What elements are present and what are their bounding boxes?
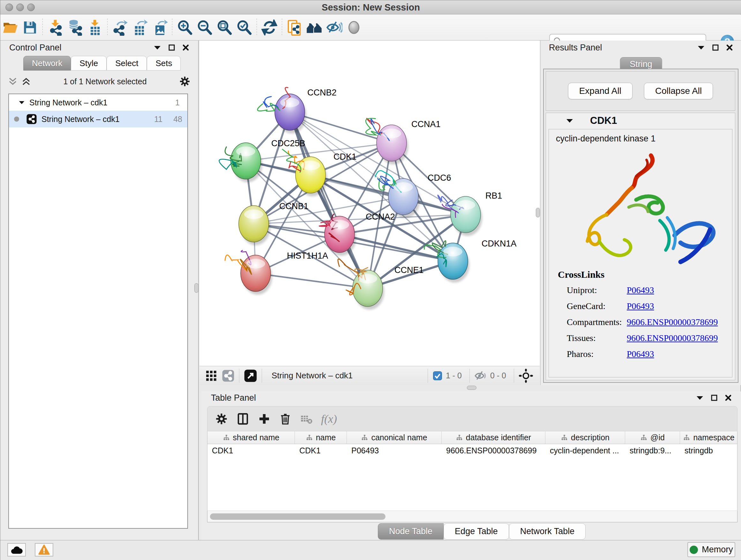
column-header-@id[interactable]: @id <box>625 431 680 444</box>
delete-column-icon[interactable] <box>279 413 292 425</box>
collapse-all-button[interactable]: Collapse All <box>644 83 713 99</box>
float-panel-icon[interactable] <box>712 44 719 51</box>
add-column-icon[interactable] <box>258 413 271 425</box>
panel-menu-icon[interactable] <box>697 45 705 50</box>
table-cell[interactable]: stringdb <box>680 444 738 457</box>
column-header-shared-name[interactable]: shared name <box>207 431 295 444</box>
crosslink-link[interactable]: P06493 <box>627 301 654 311</box>
zoom-fit-button[interactable] <box>214 17 234 37</box>
selected-checkbox-icon[interactable] <box>432 371 443 381</box>
table-header-row: shared namenamecanonical namedatabase id… <box>207 431 737 444</box>
refresh-view-button[interactable] <box>259 17 279 37</box>
table-cell[interactable]: CDK1 <box>207 444 295 457</box>
tab-style[interactable]: Style <box>71 56 107 71</box>
results-panel-title: Results Panel <box>549 43 602 53</box>
detach-view-button[interactable] <box>244 369 257 382</box>
cloud-status-button[interactable] <box>7 543 26 557</box>
show-columns-icon[interactable] <box>236 412 250 426</box>
close-panel-icon[interactable] <box>725 394 732 401</box>
column-header-description[interactable]: description <box>545 431 625 444</box>
crosslink-link[interactable]: 9606.ENSP00000378699 <box>627 333 718 343</box>
table-cell[interactable]: P06493 <box>347 444 442 457</box>
float-panel-icon[interactable] <box>168 44 175 51</box>
collapse-all-icon[interactable] <box>8 77 17 86</box>
crosslink-row: GeneCard:P06493 <box>567 301 733 311</box>
toolbar-separator <box>107 18 108 37</box>
save-session-button[interactable] <box>20 17 40 37</box>
tab-select[interactable]: Select <box>107 56 147 71</box>
network-node-CCNB2[interactable]: CCNB2 <box>258 87 337 133</box>
tab-network-table[interactable]: Network Table <box>509 523 586 540</box>
network-node-CDC25B[interactable]: CDC25B <box>219 138 306 182</box>
tab-network[interactable]: Network <box>23 56 71 71</box>
grid-view-button[interactable] <box>205 370 217 382</box>
crosslink-link[interactable]: 9606.ENSP00000378699 <box>627 317 718 327</box>
zoom-in-button[interactable] <box>175 17 195 37</box>
table-cell[interactable]: CDK1 <box>295 444 347 457</box>
table-row[interactable]: CDK1CDK1P064939606.ENSP00000378699cyclin… <box>207 444 737 457</box>
network-node-CCNE1[interactable]: CCNE1 <box>338 259 424 310</box>
export-image-button[interactable] <box>150 17 170 37</box>
zoom-in-icon <box>177 19 193 36</box>
crosslink-link[interactable]: P06493 <box>627 285 654 295</box>
panel-menu-icon[interactable] <box>153 45 161 50</box>
node-table[interactable]: shared namenamecanonical namedatabase id… <box>207 431 738 510</box>
hidden-eye-slash-icon[interactable] <box>474 369 487 382</box>
left-splitter-handle[interactable] <box>194 283 199 293</box>
bottom-splitter-handle[interactable] <box>467 386 476 390</box>
network-overview-button[interactable] <box>222 369 234 382</box>
table-cell[interactable]: cyclin-dependent ... <box>545 444 625 457</box>
fit-content-button[interactable] <box>519 368 533 383</box>
network-node-HIST1H1A[interactable]: HIST1H1A <box>225 250 328 295</box>
tab-sets[interactable]: Sets <box>147 56 181 71</box>
panel-menu-icon[interactable] <box>696 395 704 400</box>
import-table-from-file-button[interactable] <box>85 17 105 37</box>
hscrollbar-thumb[interactable] <box>210 513 386 520</box>
import-network-from-database-button[interactable] <box>65 17 85 37</box>
network-graph[interactable]: CCNB2CCNA1CDC25BCDK1CDC6RB1CCNB1CCNA2CDK… <box>199 41 540 366</box>
network-row-selected[interactable]: String Network – cdk1 11 48 <box>9 111 187 127</box>
table-cell[interactable]: 9606.ENSP00000378699 <box>442 444 545 457</box>
gear-icon[interactable] <box>179 76 191 87</box>
section-collapse-icon[interactable] <box>566 118 574 123</box>
zoom-out-button[interactable] <box>195 17 214 37</box>
import-network-from-file-button[interactable] <box>45 17 65 37</box>
table-settings-gear-icon[interactable] <box>215 413 228 425</box>
table-cell[interactable]: stringdb:9... <box>625 444 680 457</box>
network-node-CCNA1[interactable]: CCNA1 <box>366 118 441 165</box>
right-splitter-handle[interactable] <box>536 208 540 217</box>
expand-all-button[interactable]: Expand All <box>568 83 632 99</box>
zoom-selected-icon <box>236 19 253 36</box>
expand-all-icon[interactable] <box>21 77 31 86</box>
open-in-browser-button[interactable] <box>285 17 305 37</box>
open-file-button[interactable] <box>0 17 20 37</box>
export-table-button[interactable] <box>130 17 150 37</box>
table-hscrollbar[interactable] <box>207 510 738 522</box>
close-panel-icon[interactable] <box>726 44 733 51</box>
column-header-database-identifier[interactable]: database identifier <box>442 431 545 444</box>
memory-status-dot <box>690 546 698 554</box>
tab-edge-table[interactable]: Edge Table <box>444 523 509 540</box>
close-panel-icon[interactable] <box>182 44 189 51</box>
crosslink-link[interactable]: P06493 <box>627 349 654 359</box>
hide-selected-button[interactable] <box>324 17 344 37</box>
network-collection-row[interactable]: String Network – cdk1 1 <box>9 94 187 111</box>
show-all-button[interactable] <box>344 17 364 37</box>
first-neighbors-button[interactable] <box>305 17 324 37</box>
network-node-CDKN1A[interactable]: CDKN1A <box>424 239 516 283</box>
zoom-selected-button[interactable] <box>234 17 254 37</box>
node-label-CCNB2: CCNB2 <box>307 88 337 98</box>
memory-button[interactable]: Memory <box>687 542 735 557</box>
table-panel: Table Panel <box>201 391 741 540</box>
float-panel-icon[interactable] <box>711 394 718 401</box>
warnings-button[interactable] <box>35 543 53 557</box>
column-type-icon <box>306 434 313 441</box>
export-network-button[interactable] <box>110 17 130 37</box>
network-canvas[interactable]: CCNB2CCNA1CDC25BCDK1CDC6RB1CCNB1CCNA2CDK… <box>199 41 540 366</box>
column-header-canonical-name[interactable]: canonical name <box>347 431 442 444</box>
column-header-name[interactable]: name <box>295 431 347 444</box>
tree-expand-icon[interactable] <box>18 100 25 105</box>
main-toolbar: ? <box>0 15 741 41</box>
column-header-namespace[interactable]: namespace <box>680 431 738 444</box>
tab-node-table[interactable]: Node Table <box>378 523 444 540</box>
